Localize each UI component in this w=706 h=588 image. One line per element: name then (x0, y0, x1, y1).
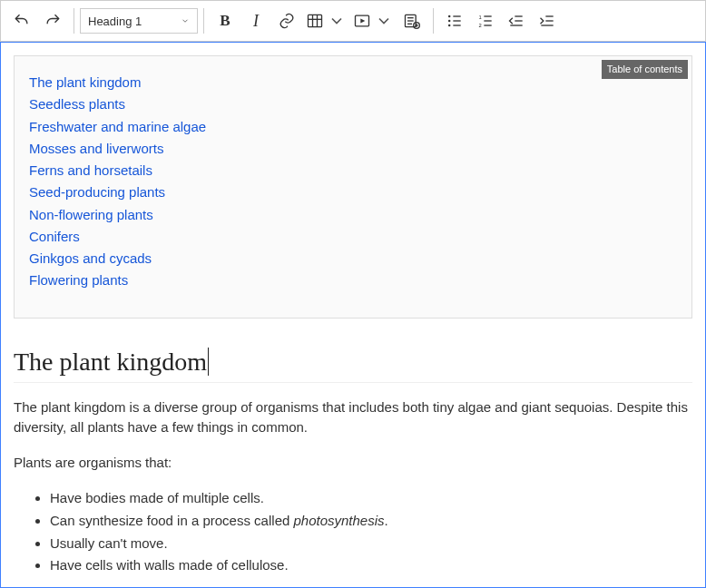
block-style-label: Heading 1 (88, 15, 142, 28)
redo-icon (44, 12, 62, 30)
toc-insert-icon (403, 12, 421, 30)
bullet-list-button[interactable] (439, 5, 470, 36)
media-icon (353, 12, 371, 30)
editor-canvas[interactable]: Table of contents The plant kingdom Seed… (0, 42, 706, 588)
italic-icon: I (253, 12, 259, 31)
toc-link[interactable]: Freshwater and marine algae (29, 119, 206, 134)
bold-button[interactable]: B (210, 5, 240, 36)
bullet-list[interactable]: Have bodies made of multiple cells. Can … (14, 487, 692, 577)
link-button[interactable] (271, 5, 302, 36)
indent-icon (538, 12, 556, 30)
bullet-list-icon (446, 12, 464, 30)
block-style-dropdown[interactable]: Heading 1 (80, 8, 198, 34)
paragraph[interactable]: The plant kingdom is a diverse group of … (14, 397, 692, 438)
list-item[interactable]: Have cells with walls made of cellulose. (50, 554, 692, 577)
undo-icon (13, 12, 31, 30)
list-item[interactable]: Can synthesize food in a process called … (50, 510, 692, 533)
chevron-down-icon (328, 12, 346, 30)
link-icon (278, 12, 296, 30)
toc-link[interactable]: Seedless plants (29, 96, 125, 112)
chevron-down-icon (375, 12, 393, 30)
svg-rect-0 (309, 15, 322, 26)
list-item[interactable]: Have bodies made of multiple cells. (50, 487, 692, 510)
editor-toolbar: Heading 1 B I 12 (0, 0, 706, 42)
outdent-icon (507, 12, 525, 30)
toc-link[interactable]: Conifers (29, 229, 80, 244)
svg-point-15 (448, 24, 451, 27)
table-icon (306, 12, 324, 30)
numbered-list-icon: 12 (476, 12, 495, 30)
svg-text:2: 2 (479, 23, 482, 28)
numbered-list-button[interactable]: 12 (470, 5, 501, 36)
toc-link[interactable]: Flowering plants (29, 272, 128, 288)
toc-link[interactable]: Seed-producing plants (29, 184, 165, 200)
redo-button[interactable] (37, 5, 68, 36)
toolbar-separator (203, 8, 204, 34)
chevron-down-icon (181, 16, 190, 25)
toc-link[interactable]: Ferns and horsetails (29, 162, 152, 178)
toc-link[interactable]: The plant kingdom (29, 74, 141, 90)
toc-link[interactable]: Mosses and liverworts (29, 141, 163, 156)
toc-badge: Table of contents (602, 60, 688, 79)
heading-1[interactable]: The plant kingdom (14, 348, 692, 383)
svg-point-14 (448, 20, 451, 23)
bold-icon: B (220, 12, 230, 30)
undo-button[interactable] (6, 5, 37, 36)
svg-marker-5 (360, 19, 365, 24)
table-dropdown[interactable] (302, 5, 349, 36)
toolbar-separator (74, 8, 74, 34)
toolbar-separator (433, 8, 434, 34)
document-body[interactable]: The plant kingdom The plant kingdom is a… (14, 318, 692, 578)
outdent-button[interactable] (501, 5, 532, 36)
insert-toc-button[interactable] (397, 5, 427, 36)
table-of-contents-widget[interactable]: Table of contents The plant kingdom Seed… (14, 55, 692, 318)
toc-link[interactable]: Ginkgos and cycads (29, 250, 152, 266)
text-cursor (208, 348, 209, 376)
media-dropdown[interactable] (349, 5, 397, 36)
paragraph[interactable]: Plants are organisms that: (14, 453, 692, 474)
heading-text: The plant kingdom (14, 348, 207, 376)
list-item[interactable]: Usually can't move. (50, 533, 692, 555)
indent-button[interactable] (532, 5, 563, 36)
italic-button[interactable]: I (240, 5, 271, 36)
svg-text:1: 1 (479, 15, 482, 20)
svg-point-13 (448, 15, 451, 18)
toc-link[interactable]: Non-flowering plants (29, 207, 153, 222)
